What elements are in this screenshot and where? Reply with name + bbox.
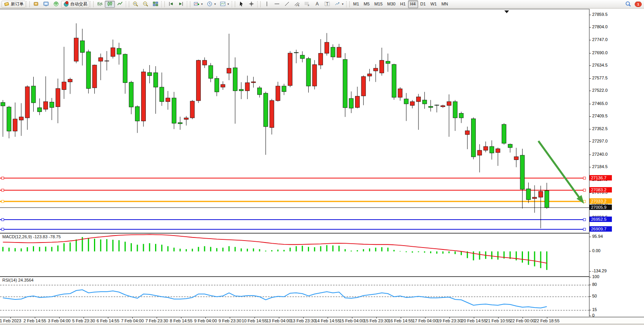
accounts-button[interactable] <box>31 1 41 8</box>
zoom-out-button[interactable] <box>140 1 150 8</box>
chart-shift-button[interactable] <box>176 1 186 8</box>
timeframe-m5[interactable]: M5 <box>361 0 372 8</box>
axis-tick-mark <box>589 271 591 272</box>
search-button[interactable] <box>623 1 633 8</box>
candle <box>62 82 66 90</box>
line-handle[interactable] <box>2 177 4 179</box>
macd-histogram-bar <box>192 249 193 251</box>
timeframe-h4[interactable]: H4 <box>408 0 418 8</box>
macd-histogram-bar <box>363 249 364 251</box>
zoom-in-button[interactable] <box>130 1 140 8</box>
vertical-line-button[interactable] <box>262 1 272 8</box>
candle <box>258 88 262 95</box>
line-handle[interactable] <box>583 200 586 203</box>
line-chart-button[interactable] <box>115 1 125 8</box>
text-label-button[interactable]: T <box>322 1 332 8</box>
indicators-button[interactable]: ▾ <box>191 1 205 8</box>
main-chart-pane[interactable] <box>0 9 589 233</box>
line-handle[interactable] <box>2 228 4 230</box>
candle <box>465 131 470 134</box>
equidistant-channel-button[interactable]: E <box>292 1 302 8</box>
date-axis[interactable]: 1 Feb 20232 Feb 14:553 Feb 04:005 Feb 23… <box>0 317 644 324</box>
macd-histogram-bar <box>406 251 407 252</box>
chart-shift-marker-icon[interactable] <box>504 10 509 13</box>
macd-histogram-bar <box>448 251 449 253</box>
dropdown-caret-icon[interactable]: ▾ <box>342 2 343 6</box>
line-handle[interactable] <box>2 189 4 191</box>
signals-button[interactable] <box>51 1 61 8</box>
timeframe-h1[interactable]: H1 <box>398 0 408 8</box>
macd-histogram-bar <box>491 251 492 259</box>
candle <box>392 64 396 97</box>
arrows-button[interactable]: ▾ <box>332 1 345 8</box>
macd-histogram-bar <box>302 246 303 251</box>
crosshair-button[interactable] <box>246 1 256 8</box>
candle <box>526 189 531 200</box>
macd-pane[interactable] <box>0 233 589 277</box>
timeframe-m30[interactable]: M30 <box>385 0 398 8</box>
macd-histogram-bar <box>332 246 333 251</box>
text-button[interactable]: A <box>312 1 322 8</box>
macd-histogram-bar <box>461 251 462 255</box>
candle <box>44 101 48 109</box>
notifications-button[interactable]: 1 <box>633 1 643 8</box>
candle <box>129 82 133 107</box>
periods-button[interactable]: ▾ <box>205 1 218 8</box>
axis-tick-mark <box>589 15 591 15</box>
cursor-button[interactable] <box>236 1 246 8</box>
horizontal-line-button[interactable] <box>272 1 282 8</box>
toolbar-separator <box>187 1 190 7</box>
axis-tick-mark <box>589 277 591 277</box>
timeframe-mn[interactable]: MN <box>439 0 450 8</box>
line-handle[interactable] <box>2 200 4 203</box>
auto-trading-button[interactable]: 自动交易 <box>61 1 89 8</box>
timeframe-m1[interactable]: M1 <box>351 0 361 8</box>
autotrade-icon <box>63 1 69 8</box>
macd-histogram-bar <box>70 242 71 251</box>
candle <box>294 52 298 53</box>
terminal-button[interactable] <box>41 1 51 8</box>
templates-button[interactable]: ▾ <box>218 1 231 8</box>
line-handle[interactable] <box>2 218 4 221</box>
price-line-tag: 27005.9 <box>589 205 612 210</box>
new-order-button[interactable]: 新订单 <box>2 1 26 8</box>
macd-histogram-bar <box>39 247 40 251</box>
dropdown-caret-icon[interactable]: ▾ <box>214 2 216 6</box>
line-handle[interactable] <box>583 189 586 191</box>
new-order-icon <box>3 1 10 8</box>
search-icon <box>625 1 631 8</box>
timeframe-m15[interactable]: M15 <box>372 0 385 8</box>
trendline-button[interactable] <box>282 1 292 8</box>
candlestick-chart[interactable] <box>0 9 589 233</box>
macd-histogram-bar <box>375 248 376 251</box>
rsi-chart[interactable] <box>0 277 589 317</box>
macd-histogram-bar <box>137 245 138 251</box>
auto-scroll-button[interactable] <box>166 1 176 8</box>
candle <box>410 101 415 105</box>
candle <box>92 65 97 88</box>
macd-histogram-bar <box>45 247 46 251</box>
fibonacci-button[interactable]: F <box>302 1 312 8</box>
dropdown-caret-icon[interactable]: ▾ <box>227 2 229 6</box>
rsi-pane[interactable] <box>0 277 589 317</box>
timeframe-d1[interactable]: D1 <box>418 0 428 8</box>
tile-windows-button[interactable] <box>150 1 161 8</box>
dropdown-caret-icon[interactable]: ▾ <box>201 2 203 6</box>
candlestick-button[interactable] <box>105 1 115 8</box>
macd-histogram-bar <box>167 246 169 251</box>
axis-tick-mark <box>589 65 591 66</box>
bar-chart-button[interactable] <box>95 1 105 8</box>
timeframe-w1[interactable]: W1 <box>428 0 439 8</box>
macd-chart[interactable] <box>0 234 589 276</box>
line-handle[interactable] <box>583 218 586 221</box>
macd-histogram-bar <box>436 251 437 254</box>
candle <box>331 47 335 57</box>
date-label: 7 Feb 23:30 <box>145 318 168 323</box>
line-icon <box>117 1 123 8</box>
hline-icon <box>274 1 280 8</box>
price-line-tag: 27033.2 <box>589 198 612 204</box>
axis-tick-label: -134.29 <box>592 268 606 273</box>
macd-histogram-bar <box>173 248 174 251</box>
line-handle[interactable] <box>583 228 586 230</box>
line-handle[interactable] <box>583 177 586 179</box>
